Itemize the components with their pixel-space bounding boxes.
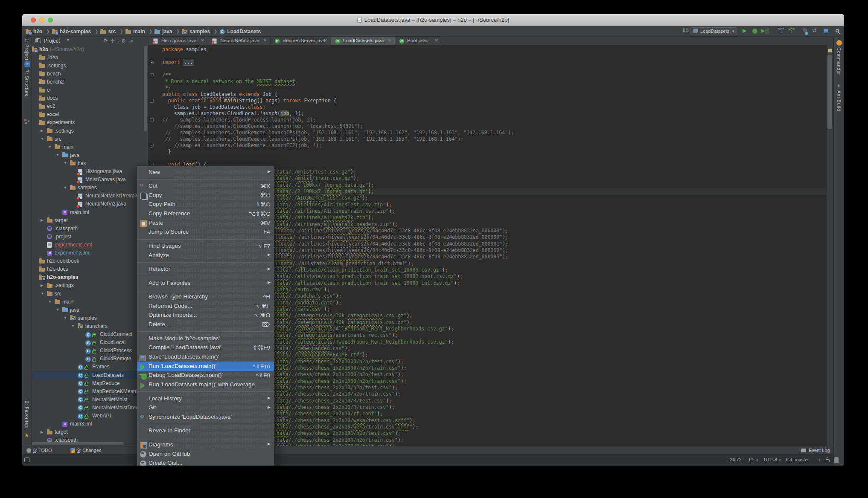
tab-LoadDatasets.java[interactable]: CLoadDatasets.java✕ — [331, 37, 395, 45]
tab-Boot.java[interactable]: CBoot.java✕ — [395, 37, 442, 45]
todo-button[interactable]: 6: TODO — [26, 448, 52, 453]
menu-item-delete-[interactable]: Delete...⌦ — [137, 320, 274, 330]
expand-arrow-icon[interactable]: ▶ — [41, 129, 43, 133]
encoding-indicator[interactable]: UTF-8 ⇕ — [764, 457, 781, 462]
menu-item-paste[interactable]: Paste⌘V — [137, 218, 274, 228]
ant-icon[interactable]: ✳ — [836, 83, 842, 89]
fold-marker[interactable]: - — [150, 144, 154, 148]
run-button[interactable]: ▶ — [743, 27, 747, 35]
tool-button-favorites[interactable]: 2: Favorites — [24, 401, 29, 428]
tree-item-bench2[interactable]: bench2 — [32, 78, 147, 86]
collapse-arrow-icon[interactable]: ▼ — [56, 308, 59, 312]
expand-arrow-icon[interactable]: ▶ — [41, 430, 43, 434]
tree-item-.settings[interactable]: .settings — [32, 61, 147, 69]
toolwindow-toggle-icon[interactable] — [24, 457, 29, 462]
collapse-arrow-icon[interactable]: ▼ — [71, 324, 75, 328]
collapse-arrow-icon[interactable]: ▼ — [48, 300, 52, 304]
menu-item-copy-path[interactable]: Copy Path⇧⌘C — [137, 200, 274, 209]
caret-position[interactable]: 24:72 — [730, 457, 742, 462]
collapse-arrow-icon[interactable]: ▼ — [56, 153, 59, 157]
collapse-arrow-icon[interactable]: ▼ — [64, 161, 67, 165]
tree-item-ec2[interactable]: ec2 — [32, 102, 147, 110]
tab-NeuralNetViz.java[interactable]: NeuralNetViz.java✕ — [208, 37, 271, 45]
menu-item-save-loaddatasets-main-[interactable]: Save 'LoadDatasets.main()' — [137, 352, 274, 362]
tab-Histograms.java[interactable]: Histograms.java✕ — [149, 37, 208, 45]
vcs-update-icon[interactable]: VCS↓ — [778, 28, 784, 36]
tree-item-experiments[interactable]: experiments — [32, 119, 147, 127]
tree-item-LoadDatasets[interactable]: CLoadDatasets — [32, 371, 147, 379]
tree-item-samples[interactable]: ▼samples — [32, 314, 147, 322]
breadcrumb-item-h2o[interactable]: h2o — [26, 29, 42, 35]
warning-marker[interactable] — [828, 49, 832, 52]
tree-item-.settings[interactable]: ▶.settings — [32, 127, 147, 135]
tab-RequestServer.java[interactable]: CRequestServer.java✕ — [271, 37, 331, 45]
menu-item-reveal-in-finder[interactable]: Reveal in Finder — [137, 426, 274, 436]
menu-item-jump-to-source[interactable]: Jump to SourceF4 — [137, 228, 274, 237]
tree-item-NeuralNetViz.java[interactable]: NeuralNetViz.java — [32, 200, 147, 208]
titlebar[interactable]: LoadDatasets.java – [h2o-samples] – h2o … — [22, 14, 844, 26]
menu-item-local-history[interactable]: Local History▶ — [137, 394, 274, 403]
search-icon[interactable] — [836, 27, 839, 35]
menu-item-diagrams[interactable]: Diagrams▶ — [137, 440, 274, 449]
menu-item-reformat-code-[interactable]: Reformat Code...⌥⌘L — [137, 301, 274, 311]
tree-item-bench[interactable]: bench — [32, 69, 147, 78]
tree-item-java[interactable]: ▼java — [32, 306, 147, 314]
menu-item-cut[interactable]: ✂Cut⌘X — [137, 181, 274, 191]
menu-item-open-on-github[interactable]: Open on GitHub — [137, 449, 274, 459]
tree-item-MapReduceKMeans[interactable]: CMapReduceKMeans — [32, 387, 147, 395]
collapse-arrow-icon[interactable]: ▼ — [48, 145, 52, 149]
menu-item-new[interactable]: New▶ — [137, 168, 274, 177]
changes-icon[interactable]: ⧉ — [803, 27, 807, 35]
tool-button-project[interactable]: 1: Project — [24, 38, 29, 60]
tree-item-WebAPI[interactable]: CWebAPI — [32, 412, 147, 420]
favorites-star-icon[interactable]: ★ — [24, 432, 29, 438]
undo-icon[interactable]: ↺ — [812, 27, 817, 35]
close-tab-icon[interactable]: ✕ — [324, 38, 327, 43]
tree-item-experiments.eml[interactable]: experiments.eml — [32, 240, 147, 249]
run-configuration-select[interactable]: LoadDatasets — [690, 27, 737, 35]
breadcrumb-item-LoadDatasets[interactable]: CLoadDatasets — [219, 29, 261, 35]
breadcrumb-item-samples[interactable]: samples — [182, 29, 210, 35]
tree-item-main.iml[interactable]: JImain.iml — [32, 208, 147, 216]
menu-item-optimize-imports-[interactable]: Optimize Imports...⌥⌘O — [137, 311, 274, 320]
menu-item-debug-loaddatasets-main-[interactable]: Debug 'LoadDatasets.main()'^⇧F9 — [137, 371, 274, 380]
menu-item-copy-reference[interactable]: Copy Reference⌥⇧⌘C — [137, 209, 274, 219]
tree-item-experiments.iml[interactable]: JIexperiments.iml — [32, 249, 147, 257]
menu-item-git[interactable]: Git▶ — [137, 403, 274, 413]
breadcrumb-item-main[interactable]: main — [125, 29, 145, 35]
close-tab-icon[interactable]: ✕ — [263, 38, 267, 43]
editor-scrollbar[interactable] — [827, 55, 832, 129]
tree-item-src[interactable]: ▼src — [32, 290, 147, 298]
vcs-commit-icon[interactable]: VCS↑ — [789, 28, 795, 36]
tree-item-src[interactable]: ▼src — [32, 135, 147, 143]
breadcrumb-item-h2o-samples[interactable]: h2o-samples — [52, 29, 91, 35]
tree-item-NeuralNetMnistDreck[interactable]: CNeuralNetMnistDreck — [32, 403, 147, 411]
close-tab-icon[interactable]: ✕ — [435, 38, 438, 43]
changes-button[interactable]: 9: Changes — [70, 448, 101, 453]
fold-marker[interactable]: - — [150, 99, 154, 103]
tree-item-h2o[interactable]: h2o (~/Source/h2o) — [32, 45, 147, 53]
project-tree-vertical-scrollbar[interactable] — [144, 46, 147, 131]
menu-item-compile-loaddatasets-java-[interactable]: Compile 'LoadDatasets.java'⇧⌘F9 — [137, 343, 274, 353]
breadcrumb-item-java[interactable]: java — [154, 29, 172, 35]
chevron-down-icon[interactable]: ▼ — [66, 38, 70, 42]
menu-item-copy[interactable]: Copy⌘C — [137, 191, 274, 200]
coverage-button[interactable]: ▶▒ — [761, 27, 769, 35]
fold-marker[interactable]: - — [150, 73, 154, 77]
tree-item-samples[interactable]: ▼samples — [32, 184, 147, 192]
collapse-arrow-icon[interactable]: ▼ — [41, 292, 44, 295]
hector-icon[interactable] — [834, 457, 839, 463]
line-separator-indicator[interactable]: LF ⇕ — [749, 457, 759, 462]
tree-item-.settings[interactable]: ▶.settings — [32, 281, 147, 290]
menu-item-analyze[interactable]: Analyze▶ — [137, 251, 274, 260]
tree-item-docs[interactable]: docs — [32, 94, 147, 102]
tree-item-NeuralNetMnist[interactable]: CNeuralNetMnist — [32, 395, 147, 403]
tree-item-MnistCanvas.java[interactable]: MnistCanvas.java — [32, 176, 147, 184]
fold-marker[interactable]: + — [150, 61, 154, 64]
tree-item-CloudConnect[interactable]: CCloudConnect — [32, 330, 147, 339]
close-tab-icon[interactable]: ✕ — [201, 38, 204, 43]
close-tab-icon[interactable]: ✕ — [388, 38, 391, 43]
menu-item-browse-type-hierarchy[interactable]: Browse Type Hierarchy^H — [137, 292, 274, 302]
expand-arrow-icon[interactable]: ▶ — [41, 218, 43, 222]
build-icon[interactable]: ▦ — [824, 27, 829, 35]
